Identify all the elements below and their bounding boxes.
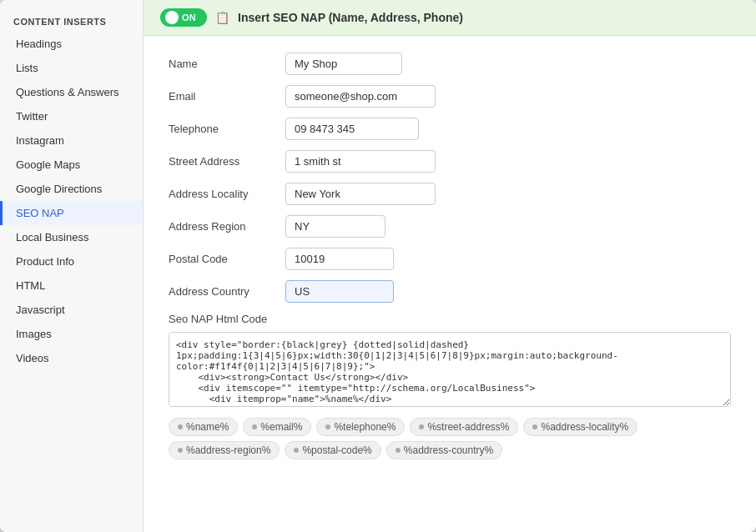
- form-input-telephone[interactable]: [285, 118, 419, 140]
- app-window: CONTENT INSERTS HeadingsListsQuestions &…: [0, 0, 756, 532]
- form-input-address-region[interactable]: [285, 215, 386, 238]
- main-panel: ON 📋 Insert SEO NAP (Name, Address, Phon…: [144, 0, 756, 532]
- tag-pill-dot: [396, 448, 401, 453]
- tag-pill-dot: [178, 424, 183, 429]
- tag-pill-label: %address-country%: [404, 444, 493, 456]
- form-row-address-locality: Address Locality: [169, 183, 731, 205]
- form-label-telephone: Telephone: [169, 123, 285, 135]
- tag-pill-label: %postal-code%: [302, 444, 371, 456]
- header-title: Insert SEO NAP (Name, Address, Phone): [238, 11, 463, 24]
- sidebar-item-videos[interactable]: Videos: [0, 346, 143, 370]
- tag-pill-addresslocality[interactable]: %address-locality%: [523, 418, 638, 436]
- form-label-email: Email: [169, 90, 285, 103]
- form-row-address-region: Address Region: [169, 215, 731, 238]
- seo-html-textarea[interactable]: [169, 332, 731, 407]
- seo-section-title: Seo NAP Html Code: [169, 313, 731, 325]
- tag-pill-dot: [252, 424, 257, 429]
- tag-pill-label: %street-address%: [427, 421, 509, 433]
- form-label-name: Name: [169, 58, 285, 70]
- content-area: NameEmailTelephoneStreet AddressAddress …: [144, 36, 756, 532]
- form-label-address-region: Address Region: [169, 220, 285, 233]
- sidebar-item-lists[interactable]: Lists: [0, 56, 143, 80]
- form-input-street-address[interactable]: [285, 150, 436, 173]
- tag-pill-label: %name%: [186, 421, 229, 433]
- form-input-name[interactable]: [285, 53, 402, 75]
- sidebar-section-title: CONTENT INSERTS: [0, 10, 143, 32]
- sidebar-item-product-info[interactable]: Product Info: [0, 249, 143, 274]
- toggle-label: ON: [182, 13, 196, 23]
- tag-pill-postalcode[interactable]: %postal-code%: [285, 441, 381, 459]
- tag-pill-name[interactable]: %name%: [169, 418, 238, 436]
- sidebar-item-questions-answers[interactable]: Questions & Answers: [0, 80, 143, 104]
- form-row-name: Name: [169, 53, 731, 75]
- tag-pill-addressregion[interactable]: %address-region%: [169, 441, 280, 459]
- toggle-switch[interactable]: ON: [160, 8, 207, 27]
- form-row-email: Email: [169, 85, 731, 108]
- sidebar-item-seo-nap[interactable]: SEO NAP: [0, 201, 143, 225]
- form-label-street-address: Street Address: [169, 155, 285, 168]
- sidebar-item-local-business[interactable]: Local Business: [0, 225, 143, 249]
- tag-pill-label: %email%: [260, 421, 302, 433]
- form-input-email[interactable]: [285, 85, 436, 108]
- form-row-street-address: Street Address: [169, 150, 731, 173]
- tag-pill-label: %address-region%: [186, 444, 270, 456]
- seo-html-section: Seo NAP Html Code: [169, 313, 731, 409]
- form-input-address-locality[interactable]: [285, 183, 436, 205]
- form-label-address-country: Address Country: [169, 285, 285, 298]
- tag-pill-dot: [178, 448, 183, 453]
- tag-pill-dot: [325, 424, 330, 429]
- tag-pill-dot: [294, 448, 299, 453]
- tag-pill-streetaddress[interactable]: %street-address%: [410, 418, 518, 436]
- tag-pill-email[interactable]: %email%: [243, 418, 311, 436]
- sidebar-item-headings[interactable]: Headings: [0, 32, 143, 56]
- tag-pill-telephone[interactable]: %telephone%: [316, 418, 405, 436]
- form-label-address-locality: Address Locality: [169, 188, 285, 200]
- toggle-knob: [165, 11, 179, 24]
- sidebar-item-google-directions[interactable]: Google Directions: [0, 177, 143, 201]
- sidebar-item-instagram[interactable]: Instagram: [0, 128, 143, 153]
- tag-pill-label: %telephone%: [334, 421, 396, 433]
- form-row-telephone: Telephone: [169, 118, 731, 140]
- tag-pill-addresscountry[interactable]: %address-country%: [386, 441, 502, 459]
- nap-icon: 📋: [215, 11, 229, 24]
- header-bar: ON 📋 Insert SEO NAP (Name, Address, Phon…: [144, 0, 756, 36]
- form-row-postal-code: Postal Code: [169, 248, 731, 270]
- form-row-address-country: Address Country: [169, 280, 731, 303]
- form-input-address-country[interactable]: [285, 280, 394, 303]
- tag-pill-dot: [419, 424, 424, 429]
- tag-pill-label: %address-locality%: [541, 421, 628, 433]
- form-input-postal-code[interactable]: [285, 248, 394, 270]
- tag-pill-dot: [532, 424, 537, 429]
- tag-pills-row: %name%%email%%telephone%%street-address%…: [169, 418, 731, 459]
- sidebar-item-google-maps[interactable]: Google Maps: [0, 153, 143, 177]
- sidebar-item-javascript[interactable]: Javascript: [0, 298, 143, 322]
- sidebar-item-html[interactable]: HTML: [0, 274, 143, 298]
- sidebar: CONTENT INSERTS HeadingsListsQuestions &…: [0, 0, 144, 532]
- sidebar-item-images[interactable]: Images: [0, 322, 143, 346]
- sidebar-item-twitter[interactable]: Twitter: [0, 104, 143, 128]
- form-label-postal-code: Postal Code: [169, 253, 285, 265]
